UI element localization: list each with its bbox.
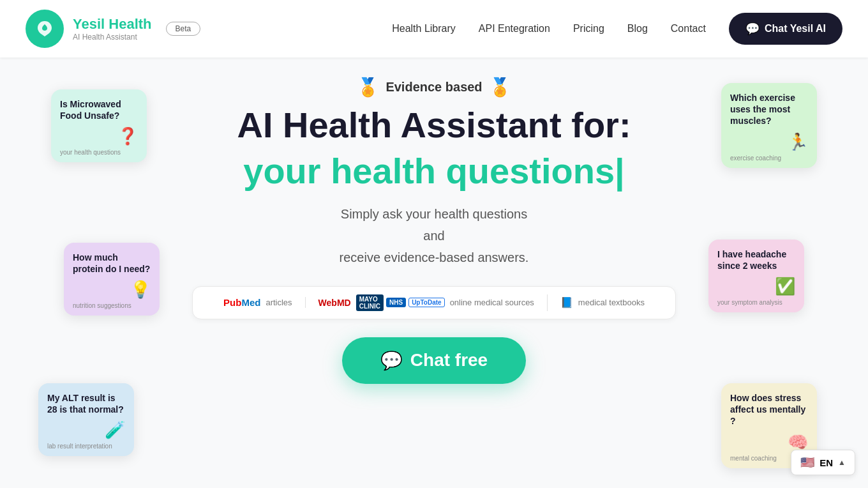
header: Yesil Health AI Health Assistant Beta He… xyxy=(0,0,868,57)
webmd-logo: WebMD xyxy=(318,298,351,308)
sources-bar: PubMed articles WebMD MAYOCLINIC NHS UpT… xyxy=(192,286,676,319)
flag-icon: 🇺🇸 xyxy=(800,455,814,469)
webmd-source: WebMD MAYOCLINIC NHS UpToDate online med… xyxy=(306,294,548,311)
logo-text-area: Yesil Health AI Health Assistant xyxy=(73,16,152,42)
card-microwaved-question: Is Microwaved Food Unsafe? xyxy=(60,98,138,121)
nhs-logo: NHS xyxy=(386,298,406,307)
textbooks-source: 📘 medical textbooks xyxy=(548,296,657,309)
chat-free-icon: 💬 xyxy=(380,350,403,371)
laurel-left-icon: 🏅 xyxy=(357,77,379,98)
textbook-icon: 📘 xyxy=(560,296,573,309)
card-headache-tag: your symptom analysis xyxy=(717,299,795,306)
main-content: Is Microwaved Food Unsafe? ❓ your health… xyxy=(0,57,868,488)
card-protein-question: How much protein do I need? xyxy=(73,252,151,275)
card-stress-question: How does stress affect us mentally ? xyxy=(730,392,808,427)
card-exercise-emoji: 🏃 xyxy=(730,132,808,152)
logo-subtitle: AI Health Assistant xyxy=(73,33,152,42)
nav-api[interactable]: API Entegration xyxy=(479,23,550,34)
logo-icon xyxy=(26,10,64,48)
card-alt-tag: lab result interpretation xyxy=(47,443,125,450)
extra-source-logos: MAYOCLINIC NHS UpToDate xyxy=(356,294,445,311)
language-selector[interactable]: 🇺🇸 EN ▲ xyxy=(791,450,855,475)
online-label: online medical sources xyxy=(450,298,534,307)
pubmed-logo: PubMed xyxy=(223,297,260,308)
nav-health-library[interactable]: Health Library xyxy=(392,23,456,34)
hero-subtitle: Simply ask your health questions and rec… xyxy=(340,203,529,268)
logo-area: Yesil Health AI Health Assistant Beta xyxy=(26,10,200,48)
nav-blog[interactable]: Blog xyxy=(627,23,648,34)
card-microwaved-emoji: ❓ xyxy=(60,126,138,146)
chat-yesil-ai-button[interactable]: 💬 Chat Yesil AI xyxy=(729,13,842,45)
card-stress-emoji: 🧠 xyxy=(730,432,808,452)
card-protein: How much protein do I need? 💡 nutrition … xyxy=(64,243,160,316)
card-headache-question: I have headache since 2 weeks xyxy=(717,248,795,271)
nav: Health Library API Entegration Pricing B… xyxy=(392,13,842,45)
card-exercise-question: Which exercise uses the most muscles? xyxy=(730,92,808,127)
logo-title: Yesil Health xyxy=(73,16,152,33)
chevron-up-icon: ▲ xyxy=(838,458,846,467)
card-exercise-tag: exercise coaching xyxy=(730,155,808,162)
card-alt-emoji: 🧪 xyxy=(47,420,125,440)
card-protein-tag: nutrition suggestions xyxy=(73,302,151,309)
textbooks-label: medical textbooks xyxy=(578,298,645,307)
evidence-label: Evidence based xyxy=(385,80,482,95)
laurel-right-icon: 🏅 xyxy=(489,77,511,98)
evidence-badge: 🏅 Evidence based 🏅 xyxy=(357,77,511,98)
mayo-logo: MAYOCLINIC xyxy=(356,294,384,311)
nav-pricing[interactable]: Pricing xyxy=(573,23,604,34)
card-microwaved: Is Microwaved Food Unsafe? ❓ your health… xyxy=(51,89,147,162)
card-alt-question: My ALT result is 28 is that normal? xyxy=(47,392,125,415)
hero-animated-text: your health questions| xyxy=(243,150,625,192)
pubmed-source: PubMed articles xyxy=(211,297,306,308)
hero-title: AI Health Assistant for: xyxy=(237,105,631,145)
card-protein-emoji: 💡 xyxy=(73,280,151,300)
pubmed-label: articles xyxy=(266,298,292,307)
nav-contact[interactable]: Contact xyxy=(671,23,706,34)
card-headache-emoji: ✅ xyxy=(717,277,795,296)
card-headache: I have headache since 2 weeks ✅ your sym… xyxy=(708,240,804,312)
chat-free-button[interactable]: 💬 Chat free xyxy=(342,337,526,384)
card-exercise: Which exercise uses the most muscles? 🏃 … xyxy=(721,83,817,168)
language-code: EN xyxy=(819,457,833,468)
uptodate-logo: UpToDate xyxy=(408,298,444,307)
beta-badge: Beta xyxy=(166,22,201,36)
chat-bubble-icon: 💬 xyxy=(745,22,760,36)
card-microwaved-tag: your health questions xyxy=(60,149,138,156)
card-alt: My ALT result is 28 is that normal? 🧪 la… xyxy=(38,383,134,456)
